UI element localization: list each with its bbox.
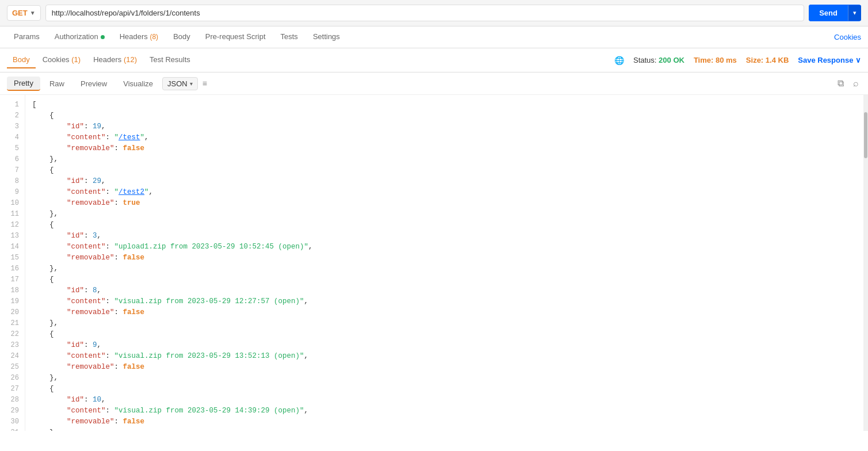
code-line: },: [25, 263, 863, 274]
code-line: "id": 29,: [25, 176, 863, 187]
code-line: {: [25, 220, 863, 231]
tab-prerequest[interactable]: Pre-request Script: [198, 26, 273, 48]
code-line: "content": "visual.zip from 2023-05-29 1…: [25, 406, 863, 416]
line-number: 23: [0, 340, 25, 351]
code-line: {: [25, 329, 863, 340]
line-number: 17: [0, 274, 25, 285]
code-line: "id": 9,: [25, 340, 863, 351]
line-number: 10: [0, 198, 25, 209]
code-line: {: [25, 384, 863, 395]
line-number: 25: [0, 362, 25, 373]
code-content[interactable]: [ { "id": 19, "content": "/test", "remov…: [25, 95, 863, 431]
code-line: "id": 10,: [25, 395, 863, 406]
line-number: 7: [0, 165, 25, 176]
time-meta: Time: 80 ms: [694, 56, 737, 64]
auth-dot: [101, 35, 105, 39]
line-number: 22: [0, 329, 25, 340]
code-line: [: [25, 100, 863, 110]
line-number: 5: [0, 143, 25, 154]
code-line: "removable": false: [25, 307, 863, 318]
line-number: 1: [0, 100, 25, 110]
line-number: 24: [0, 351, 25, 362]
code-line: },: [25, 318, 863, 329]
code-line: "removable": false: [25, 253, 863, 263]
line-numbers: 1234567891011121314151617181920212223242…: [0, 95, 25, 431]
fmt-pretty[interactable]: Pretty: [7, 77, 40, 91]
headers-badge: (8): [150, 33, 158, 41]
line-number: 8: [0, 176, 25, 187]
wrap-icon[interactable]: ≡: [200, 77, 209, 90]
scrollbar-track[interactable]: [863, 95, 868, 431]
code-line: "removable": false: [25, 362, 863, 373]
tab-settings[interactable]: Settings: [306, 26, 347, 48]
method-label: GET: [12, 9, 28, 17]
request-tabs: Params Authorization Headers (8) Body Pr…: [0, 26, 868, 48]
tab-headers[interactable]: Headers (8): [113, 26, 165, 48]
line-number: 6: [0, 154, 25, 165]
format-chevron-icon: ▾: [190, 81, 193, 87]
code-line: "content": "visual.zip from 2023-05-29 1…: [25, 296, 863, 307]
tab-params[interactable]: Params: [7, 26, 47, 48]
format-bar: Pretty Raw Preview Visualize JSON ▾ ≡ ⧉ …: [0, 72, 868, 95]
line-number: 15: [0, 253, 25, 263]
top-bar: GET ▼ Send ▾: [0, 0, 868, 26]
code-line: },: [25, 154, 863, 165]
code-line: "content": "/test",: [25, 132, 863, 143]
code-line: "content": "upload1.zip from 2023-05-29 …: [25, 242, 863, 253]
send-button-group: Send ▾: [809, 5, 861, 21]
code-line: "id": 3,: [25, 231, 863, 242]
line-number: 4: [0, 132, 25, 143]
tab-authorization[interactable]: Authorization: [48, 26, 112, 48]
resp-tab-test-results[interactable]: Test Results: [144, 52, 196, 68]
format-select[interactable]: JSON ▾: [162, 77, 198, 90]
resp-tab-headers[interactable]: Headers (12): [87, 52, 143, 68]
cookies-badge: (1): [71, 55, 81, 64]
scrollbar-thumb[interactable]: [864, 112, 867, 158]
code-line: "content": "visual.zip from 2023-05-29 1…: [25, 351, 863, 362]
code-line: },: [25, 427, 863, 431]
code-viewer: 1234567891011121314151617181920212223242…: [0, 95, 868, 431]
search-button[interactable]: ⌕: [851, 76, 861, 91]
line-number: 12: [0, 220, 25, 231]
line-number: 11: [0, 209, 25, 220]
line-number: 31: [0, 427, 25, 431]
cookies-link[interactable]: Cookies: [834, 27, 861, 47]
fmt-visualize[interactable]: Visualize: [116, 77, 160, 90]
resp-tab-cookies[interactable]: Cookies (1): [37, 52, 86, 68]
line-number: 30: [0, 416, 25, 427]
resp-headers-badge: (12): [124, 55, 137, 64]
size-meta: Size: 1.4 KB: [746, 56, 789, 64]
method-chevron: ▼: [30, 10, 36, 16]
code-line: },: [25, 373, 863, 384]
code-line: {: [25, 165, 863, 176]
send-arrow-button[interactable]: ▾: [848, 5, 861, 21]
line-number: 20: [0, 307, 25, 318]
line-number: 18: [0, 285, 25, 296]
method-select[interactable]: GET ▼: [7, 5, 41, 21]
code-line: "id": 8,: [25, 285, 863, 296]
tab-tests[interactable]: Tests: [274, 26, 305, 48]
fmt-preview[interactable]: Preview: [74, 77, 114, 90]
code-line: "removable": false: [25, 143, 863, 154]
format-select-label: JSON: [167, 79, 188, 88]
line-number: 14: [0, 242, 25, 253]
copy-button[interactable]: ⧉: [835, 76, 846, 91]
line-number: 26: [0, 373, 25, 384]
code-line: "content": "/test2",: [25, 187, 863, 198]
fmt-raw[interactable]: Raw: [43, 77, 71, 90]
response-tabs-bar: Body Cookies (1) Headers (12) Test Resul…: [0, 48, 868, 72]
globe-icon: 🌐: [614, 56, 624, 65]
line-number: 9: [0, 187, 25, 198]
line-number: 2: [0, 110, 25, 121]
send-button[interactable]: Send: [809, 5, 848, 21]
code-line: {: [25, 274, 863, 285]
resp-tab-body[interactable]: Body: [7, 52, 36, 68]
code-line: "removable": true: [25, 198, 863, 209]
tab-body[interactable]: Body: [166, 26, 197, 48]
save-response-button[interactable]: Save Response ∨: [798, 56, 861, 64]
url-input[interactable]: [45, 5, 805, 21]
code-line: },: [25, 209, 863, 220]
line-number: 13: [0, 231, 25, 242]
line-number: 28: [0, 395, 25, 406]
line-number: 16: [0, 263, 25, 274]
